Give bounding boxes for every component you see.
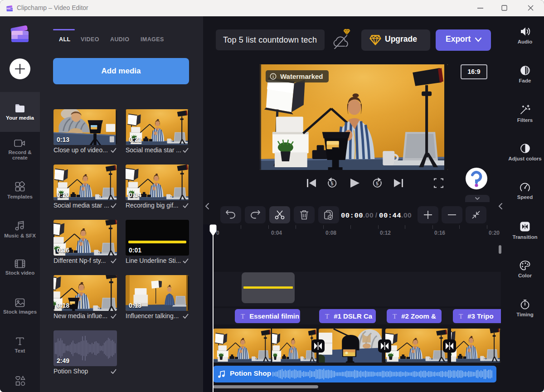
svg-text:5: 5 [331,181,334,186]
svg-text:5: 5 [376,181,379,186]
